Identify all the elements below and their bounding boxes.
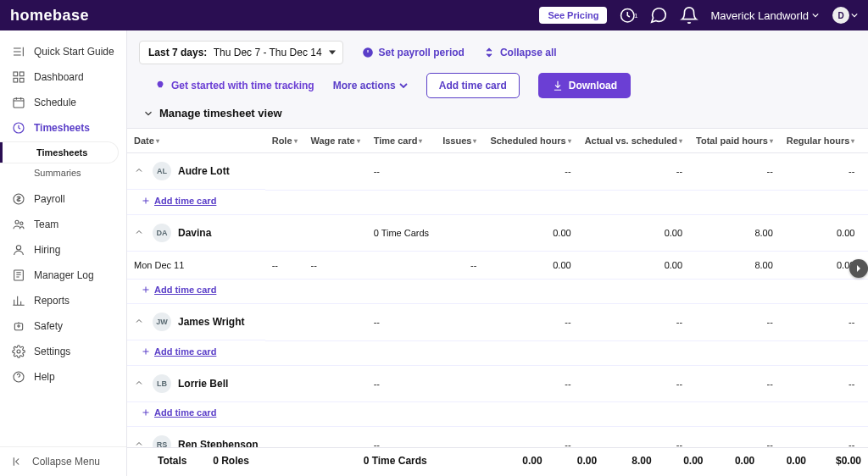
cell-issues xyxy=(436,427,483,448)
collapse-all[interactable]: Collapse all xyxy=(483,47,557,58)
employee-name[interactable]: James Wright xyxy=(178,316,244,328)
expand-toggle[interactable] xyxy=(134,378,146,390)
user-name-label: Maverick Landworld xyxy=(710,9,809,22)
see-pricing-button[interactable]: See Pricing xyxy=(539,7,607,24)
svg-rect-3 xyxy=(14,78,18,82)
totals-ot: 0.00 xyxy=(761,448,813,473)
nav-reports[interactable]: Reports xyxy=(0,288,126,313)
expand-toggle[interactable] xyxy=(134,165,146,177)
avatar: JW xyxy=(153,313,171,331)
add-timecard-link[interactable]: Add time card xyxy=(141,196,868,206)
nav-label: Quick Start Guide xyxy=(34,46,114,58)
col-issues[interactable]: Issues▾ xyxy=(436,129,483,153)
nav-schedule[interactable]: Schedule xyxy=(0,90,126,115)
subnav-timesheets[interactable]: Timesheets xyxy=(0,142,118,163)
add-timecard-link[interactable]: Add time card xyxy=(141,285,868,295)
subnav-summaries[interactable]: Summaries xyxy=(0,163,126,183)
nav-manager-log[interactable]: Manager Log xyxy=(0,263,126,288)
user-menu[interactable]: Maverick Landworld xyxy=(710,9,819,22)
nav-label: Reports xyxy=(34,295,70,307)
expand-toggle[interactable] xyxy=(134,439,146,447)
col-scheduled[interactable]: Scheduled hours▾ xyxy=(483,129,577,153)
col-actual[interactable]: Actual vs. scheduled▾ xyxy=(578,129,689,153)
more-actions[interactable]: More actions xyxy=(333,80,408,91)
col-wage[interactable]: Wage rate▾ xyxy=(304,129,367,153)
clock-icon[interactable]: 1 xyxy=(619,6,637,25)
cell-timecard xyxy=(367,252,436,280)
nav-safety[interactable]: Safety xyxy=(0,313,126,339)
cell-total: -- xyxy=(689,427,780,448)
cell-timecard: -- xyxy=(367,427,436,448)
nav-settings[interactable]: Settings xyxy=(0,339,126,364)
nav-dashboard[interactable]: Dashboard xyxy=(0,64,126,90)
nav-label: Hiring xyxy=(34,244,60,256)
col-regular[interactable]: Regular hours▾ xyxy=(780,129,862,153)
topbar: homebase See Pricing 1 Maverick Landworl… xyxy=(0,0,868,30)
add-timecard-row: Add time card xyxy=(127,190,868,214)
nav-label: Manager Log xyxy=(34,269,94,281)
avatar: LB xyxy=(153,374,171,393)
nav-payroll[interactable]: Payroll xyxy=(0,186,126,212)
employee-name[interactable]: Davina xyxy=(178,227,211,239)
nav-team[interactable]: Team xyxy=(0,212,126,237)
action-label: Set payroll period xyxy=(379,47,465,58)
avatar-menu[interactable]: D xyxy=(831,7,858,24)
nav-label: Timesheets xyxy=(34,122,90,134)
main: Last 7 days: Thu Dec 7 - Thu Dec 14 Set … xyxy=(127,30,868,476)
col-role[interactable]: Role▾ xyxy=(265,129,304,153)
cell-issues xyxy=(436,153,483,191)
chevron-down-icon xyxy=(812,12,819,19)
expand-toggle[interactable] xyxy=(134,227,146,239)
col-total[interactable]: Total paid hours▾ xyxy=(689,129,780,153)
cell-actual: 0.00 xyxy=(578,214,689,252)
cell-issues: -- xyxy=(436,252,483,280)
nav-label: Payroll xyxy=(34,193,65,205)
collapse-menu[interactable]: Collapse Menu xyxy=(0,446,126,476)
employee-name[interactable]: Audre Lott xyxy=(178,165,230,177)
nav-timesheets[interactable]: Timesheets xyxy=(0,115,126,141)
cell-sched: -- xyxy=(483,304,577,341)
col-unpaid[interactable]: Unpaid breaks▾ xyxy=(861,129,868,153)
get-started-link[interactable]: Get started with time tracking xyxy=(154,80,314,91)
svg-rect-11 xyxy=(14,270,24,280)
add-time-card-button[interactable]: Add time card xyxy=(426,73,520,98)
lightbulb-icon xyxy=(154,80,166,91)
collapse-all-icon xyxy=(483,47,495,58)
col-timecard[interactable]: Time card▾ xyxy=(367,129,436,153)
employee-name[interactable]: Lorrie Bell xyxy=(178,378,228,390)
bell-icon[interactable] xyxy=(680,6,698,25)
col-date[interactable]: Date▾ xyxy=(127,129,265,153)
brand-logo[interactable]: homebase xyxy=(10,7,89,25)
set-payroll-period[interactable]: Set payroll period xyxy=(362,47,465,58)
chat-icon[interactable] xyxy=(649,6,668,25)
cell-role: -- xyxy=(265,252,304,280)
nav-hiring[interactable]: Hiring xyxy=(0,237,126,263)
employee-name[interactable]: Ren Stephenson xyxy=(178,439,259,447)
collapse-label: Collapse Menu xyxy=(32,456,100,468)
employee-row: DADavina0 Time Cards0.000.008.000.000.00… xyxy=(127,214,868,252)
totals-sched: 0.00 xyxy=(494,448,549,473)
avatar: D xyxy=(832,7,849,24)
download-icon xyxy=(552,80,564,91)
expand-toggle[interactable] xyxy=(134,316,146,328)
totals-bar: Totals 0 Roles 0 Time Cards 0.00 0.00 8.… xyxy=(127,447,868,476)
nav-label: Help xyxy=(34,371,55,383)
totals-timecard: 0 Time Cards xyxy=(357,448,459,473)
cell-timecard: -- xyxy=(367,304,436,341)
nav-help[interactable]: Help xyxy=(0,364,126,390)
collapse-icon xyxy=(12,456,24,468)
download-button[interactable]: Download xyxy=(538,73,631,98)
add-timecard-link[interactable]: Add time card xyxy=(141,346,868,357)
add-timecard-link[interactable]: Add time card xyxy=(141,407,868,418)
table-header: Date▾ Role▾ Wage rate▾ Time card▾ Issues… xyxy=(127,129,868,153)
scroll-right-button[interactable] xyxy=(849,259,868,278)
cell-issues xyxy=(436,304,483,341)
chevron-right-icon xyxy=(854,264,863,273)
totals-est: $0.00 xyxy=(813,448,868,473)
more-actions-label: More actions xyxy=(333,80,396,91)
cell-unpaid: -- xyxy=(861,365,868,402)
detail-row: Mon Dec 11------0.000.008.000.000.000.00… xyxy=(127,252,868,280)
manage-view-toggle[interactable]: Manage timesheet view xyxy=(142,107,856,119)
date-range-picker[interactable]: Last 7 days: Thu Dec 7 - Thu Dec 14 xyxy=(139,41,343,64)
nav-quick-start[interactable]: Quick Start Guide xyxy=(0,39,126,64)
